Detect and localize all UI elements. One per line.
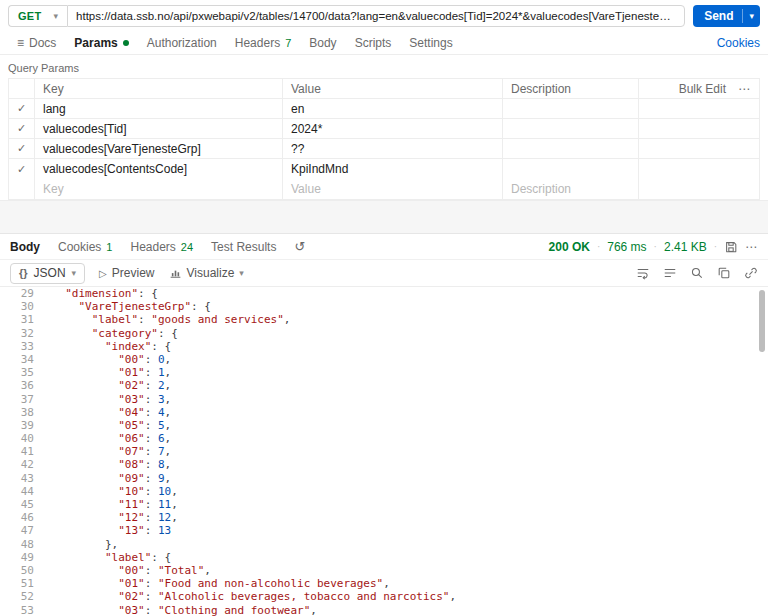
format-lines-icon[interactable]	[663, 266, 677, 280]
tab-headers[interactable]: Headers 7	[226, 32, 300, 54]
param-enabled-checkbox[interactable]: ✓	[9, 139, 35, 158]
checkmark-icon: ✓	[17, 122, 26, 135]
response-tab-body[interactable]: Body	[10, 240, 40, 254]
line-number: 47	[0, 524, 34, 537]
code-gutter: 2930313233343536373839404142434445464748…	[0, 287, 46, 616]
preview-label: Preview	[112, 266, 155, 280]
send-label: Send	[704, 9, 733, 23]
param-row[interactable]: ✓valuecodes[Tid]2024*	[9, 119, 759, 139]
cookies-link[interactable]: Cookies	[717, 36, 760, 50]
format-select[interactable]: {} JSON ▾	[10, 263, 85, 284]
response-tab-cookies[interactable]: Cookies 1	[58, 240, 112, 254]
cookies-count-badge: 1	[106, 241, 112, 253]
table-more-options-icon[interactable]: ⋯	[738, 82, 751, 96]
tab-authorization[interactable]: Authorization	[138, 32, 226, 54]
response-body-viewer[interactable]: 2930313233343536373839404142434445464748…	[0, 287, 768, 616]
param-key-input[interactable]: valuecodes[VareTjenesteGrp]	[35, 139, 283, 158]
line-number: 32	[0, 327, 34, 340]
send-button[interactable]: Send ▾	[693, 5, 760, 27]
line-number: 34	[0, 353, 34, 366]
bulk-edit-button[interactable]: Bulk Edit	[679, 82, 726, 96]
param-enabled-checkbox[interactable]: ✓	[9, 99, 35, 118]
tab-body[interactable]: Body	[300, 32, 345, 54]
checkmark-icon: ✓	[17, 163, 26, 176]
new-key-input[interactable]: Key	[35, 179, 283, 199]
visualize-chevron-icon: ▾	[239, 269, 244, 278]
search-icon[interactable]	[690, 266, 704, 280]
param-description-input[interactable]	[503, 119, 639, 138]
params-rows: ✓langen✓valuecodes[Tid]2024*✓valuecodes[…	[9, 99, 759, 179]
request-url-bar: GET ▾ https://data.ssb.no/api/pxwebapi/v…	[0, 0, 768, 32]
code-line: "05": 5,	[52, 419, 768, 432]
param-row[interactable]: ✓valuecodes[VareTjenesteGrp]??	[9, 139, 759, 159]
response-tab-test-results[interactable]: Test Results	[211, 240, 276, 254]
response-headers-count-badge: 24	[181, 241, 193, 253]
param-new-row[interactable]: Key Value Description	[9, 179, 759, 199]
params-active-dot	[123, 40, 129, 46]
param-row[interactable]: ✓langen	[9, 99, 759, 119]
method-select[interactable]: GET ▾	[8, 5, 67, 27]
scrollbar-thumb[interactable]	[759, 290, 765, 352]
param-key-input[interactable]: lang	[35, 99, 283, 118]
param-enabled-checkbox[interactable]: ✓	[9, 159, 35, 179]
line-number: 30	[0, 300, 34, 313]
code-content[interactable]: "dimension": { "VareTjenesteGrp": { "lab…	[46, 287, 768, 616]
url-text: https://data.ssb.no/api/pxwebapi/v2/tabl…	[76, 10, 676, 22]
code-line: "02": 2,	[52, 379, 768, 392]
param-row-end-cell	[639, 119, 759, 138]
param-description-input[interactable]	[503, 159, 639, 179]
param-key-input[interactable]: valuecodes[ContentsCode]	[35, 159, 283, 179]
tab-scripts[interactable]: Scripts	[346, 32, 401, 54]
param-key-input[interactable]: valuecodes[Tid]	[35, 119, 283, 138]
param-row[interactable]: ✓valuecodes[ContentsCode]KpiIndMnd	[9, 159, 759, 179]
vertical-scrollbar[interactable]	[758, 290, 766, 613]
line-number: 49	[0, 551, 34, 564]
pane-resize-handle[interactable]	[0, 200, 768, 234]
separator-dot: ·	[714, 241, 717, 252]
code-line: "11": 11,	[52, 498, 768, 511]
param-enabled-checkbox[interactable]: ✓	[9, 119, 35, 138]
param-value-input[interactable]: KpiIndMnd	[283, 159, 503, 179]
line-number: 48	[0, 538, 34, 551]
wrap-text-icon[interactable]	[636, 266, 650, 280]
description-column-header: Description	[503, 79, 639, 98]
headers-count-badge: 7	[285, 37, 291, 49]
param-description-input[interactable]	[503, 99, 639, 118]
line-number: 36	[0, 379, 34, 392]
code-tool-icons	[636, 266, 758, 280]
response-panel: Body Cookies 1 Headers 24 Test Results ↺…	[0, 234, 768, 616]
new-description-input[interactable]: Description	[503, 179, 639, 199]
line-number: 50	[0, 564, 34, 577]
response-more-menu-icon[interactable]: ⋯	[745, 240, 758, 254]
link-icon[interactable]	[744, 266, 758, 280]
query-params-title: Query Params	[0, 55, 768, 78]
preview-button[interactable]: ▷ Preview	[99, 266, 154, 280]
tab-settings[interactable]: Settings	[400, 32, 461, 54]
response-tab-headers[interactable]: Headers 24	[130, 240, 193, 254]
response-toolbar: {} JSON ▾ ▷ Preview Visualize ▾	[0, 260, 768, 287]
tab-headers-label: Headers	[235, 36, 280, 50]
param-description-input[interactable]	[503, 139, 639, 158]
tab-docs[interactable]: ≡ Docs	[8, 32, 65, 54]
tab-params[interactable]: Params	[65, 32, 137, 54]
url-input[interactable]: https://data.ssb.no/api/pxwebapi/v2/tabl…	[67, 5, 685, 27]
param-value-input[interactable]: en	[283, 99, 503, 118]
history-icon[interactable]: ↺	[294, 239, 305, 254]
save-response-icon[interactable]	[724, 240, 738, 254]
select-all-cell[interactable]	[9, 79, 35, 98]
tab-docs-label: Docs	[29, 36, 56, 50]
docs-icon: ≡	[17, 36, 24, 50]
code-line: "index": {	[52, 340, 768, 353]
response-tab-headers-label: Headers	[130, 240, 175, 254]
param-value-input[interactable]: ??	[283, 139, 503, 158]
new-value-input[interactable]: Value	[283, 179, 503, 199]
copy-icon[interactable]	[717, 266, 731, 280]
separator-dot: ·	[597, 241, 600, 252]
line-number: 40	[0, 432, 34, 445]
visualize-button[interactable]: Visualize ▾	[169, 266, 244, 280]
code-line: "03": "Clothing and footwear",	[52, 604, 768, 616]
response-meta: 200 OK · 766 ms · 2.41 KB · ⋯	[549, 240, 758, 254]
param-value-input[interactable]: 2024*	[283, 119, 503, 138]
send-options-chevron-icon[interactable]: ▾	[743, 12, 760, 21]
code-line: "category": {	[52, 327, 768, 340]
